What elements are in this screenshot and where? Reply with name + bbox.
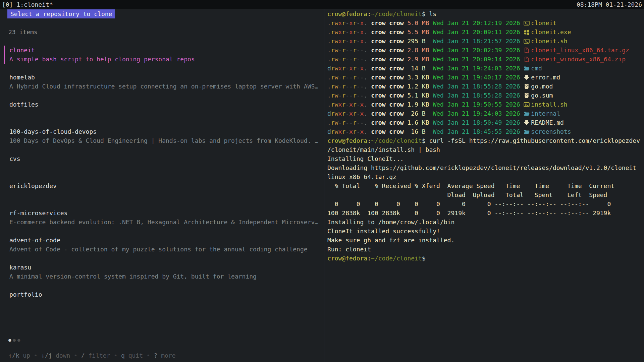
page-dot: ●	[17, 337, 22, 343]
tmux-screen: [0] 1:cloneit* 08:18PM 01-21-2026 Select…	[0, 0, 644, 362]
tmux-window-tab[interactable]: [0] 1:cloneit*	[2, 0, 53, 9]
terminal-text	[520, 92, 524, 99]
help-separator: •	[30, 352, 41, 359]
terminal-text	[367, 56, 371, 63]
terminal-text: cloneit_windows_x86_64.zip	[531, 56, 626, 63]
file-permissions: .rwxr-xr-x.	[327, 101, 367, 108]
terminal-line: .rwxr-xr-x. crow crow 1.9 KB Wed Jan 21 …	[327, 100, 644, 109]
file-permissions: drwxr-xr-x.	[327, 128, 367, 135]
repo-name: ericklopezdev	[9, 181, 324, 190]
terminal-text	[367, 110, 371, 117]
repo-list-item[interactable]: cvs	[4, 154, 324, 172]
terminal-text: curl -fsSL https://raw.githubusercontent…	[429, 137, 640, 144]
terminal-text: :	[367, 137, 371, 144]
status-clock: 08:18PM 01-21-2026	[577, 0, 642, 9]
terminal-line: linux_x86_64.tar.gz	[327, 172, 644, 181]
repo-description: A simple bash script to help cloning per…	[9, 55, 324, 64]
terminal-text: Wed Jan 21 19:24:03 2026	[433, 110, 520, 117]
terminal-pane[interactable]: crow@fedora:~/code/cloneit$ ls.rwxr-xr-x…	[324, 9, 644, 362]
repo-picker-pane[interactable]: Select a repository to clone 23 items cl…	[0, 9, 324, 362]
repo-name: portfolio	[9, 290, 324, 299]
repo-list-item[interactable]: portfolio	[4, 290, 324, 308]
terminal-text: screenshots	[531, 128, 571, 135]
repo-name: 100-days-of-cloud-devops	[9, 127, 324, 136]
repo-list: cloneitA simple bash script to help clon…	[4, 46, 324, 308]
terminal-text: ls	[429, 10, 436, 17]
repo-list-item[interactable]: homelabA Hybrid Cloud infrastructure set…	[4, 73, 324, 91]
terminal-text: 0 0 0 0 0 0 0 0 --:--:-- --:--:-- --:--:…	[327, 200, 611, 207]
repo-description	[9, 109, 324, 118]
tmux-status-bar: [0] 1:cloneit* 08:18PM 01-21-2026	[0, 0, 644, 9]
repo-list-item[interactable]: karasuA minimal version-control system i…	[4, 263, 324, 281]
terminal-text	[367, 128, 371, 135]
terminal-text	[520, 128, 524, 135]
repo-list-item[interactable]: ericklopezdev	[4, 181, 324, 199]
repo-name: karasu	[9, 263, 324, 272]
terminal-text	[429, 56, 433, 63]
terminal-text	[404, 83, 408, 90]
terminal-text: Downloading https://github.com/ericklope…	[327, 164, 640, 171]
terminal-text	[367, 101, 371, 108]
terminal-text: crow crow	[371, 83, 404, 90]
repo-description: E-commerce backend evolution: .NET 8, He…	[9, 218, 324, 227]
terminal-text: Run: cloneit	[327, 246, 371, 253]
terminal-text: Wed Jan 21 20:09:14 2026	[433, 56, 520, 63]
terminal-text: 5.5 MB	[408, 28, 429, 36]
terminal-text	[404, 119, 408, 126]
terminal-text: ~/code/cloneit	[371, 137, 422, 144]
terminal-line: drwxr-xr-x. crow crow 14 B Wed Jan 21 19…	[327, 64, 644, 73]
terminal-text: Wed Jan 21 20:09:11 2026	[433, 28, 520, 36]
file-permissions: .rw-r--r--.	[327, 74, 367, 81]
repo-name: cvs	[9, 154, 324, 163]
gopher-icon	[524, 83, 530, 89]
terminal-text	[520, 74, 524, 81]
repo-description	[9, 163, 324, 172]
terminal-text: $	[422, 255, 426, 262]
file-permissions: drwxr-xr-x.	[327, 65, 367, 72]
terminal-text	[429, 128, 433, 135]
terminal-text	[404, 56, 408, 63]
terminal-text: 295 B	[408, 38, 429, 45]
terminal-text: 100 2838k 100 2838k 0 0 2919k 0 --:--:--…	[327, 209, 611, 217]
repo-list-item[interactable]: advent-of-codeAdvent of Code - collectio…	[4, 236, 324, 254]
repo-list-item[interactable]: rf-microservicesE-commerce backend evolu…	[4, 208, 324, 227]
terminal-line: 100 2838k 100 2838k 0 0 2919k 0 --:--:--…	[327, 208, 644, 218]
help-separator: •	[143, 352, 154, 359]
terminal-line: .rw-r--r--. crow crow 2.8 MB Wed Jan 21 …	[327, 46, 644, 55]
terminal-line: % Total % Received % Xferd Average Speed…	[327, 181, 644, 190]
terminal-line: .rw-r--r--. crow crow 3.3 KB Wed Jan 21 …	[327, 73, 644, 82]
help-bar: ↑/k up • ↓/j down • / filter • q quit • …	[8, 351, 176, 360]
terminal-text	[367, 83, 371, 90]
repo-list-item[interactable]: cloneitA simple bash script to help clon…	[4, 46, 324, 64]
help-desc: down	[52, 352, 70, 359]
repo-name: cloneit	[9, 46, 324, 55]
terminal-text: Wed Jan 21 19:50:55 2026	[433, 101, 520, 108]
terminal-text: Wed Jan 21 20:02:39 2026	[433, 47, 520, 54]
help-key: ↑/k	[8, 352, 19, 359]
terminal-text	[520, 56, 524, 63]
repo-list-item[interactable]: 100-days-of-cloud-devops100 Days of DevO…	[4, 127, 324, 145]
repo-name: homelab	[9, 73, 324, 82]
terminal-icon	[524, 102, 530, 108]
terminal-line: Downloading https://github.com/ericklope…	[327, 163, 644, 172]
terminal-text	[404, 110, 408, 117]
terminal-text	[404, 47, 408, 54]
help-desc: more	[157, 352, 175, 359]
terminal-text: crow crow	[371, 28, 404, 36]
terminal-text	[429, 101, 433, 108]
terminal-text	[367, 65, 371, 72]
repo-list-item[interactable]: dotfiles	[4, 100, 324, 118]
items-count: 23 items	[8, 27, 324, 37]
terminal-text	[520, 119, 524, 126]
download-arrow-icon	[524, 120, 530, 126]
repo-description	[9, 299, 324, 308]
terminal-text	[367, 28, 371, 36]
repo-name: rf-microservices	[9, 208, 324, 218]
terminal-text: ~/code/cloneit	[371, 10, 422, 17]
terminal-text	[404, 38, 408, 45]
terminal-text	[404, 28, 408, 36]
terminal-text: crow crow	[371, 47, 404, 54]
help-separator: •	[70, 352, 81, 359]
file-permissions: .rw-r--r--.	[327, 56, 367, 63]
terminal-text	[520, 101, 524, 108]
